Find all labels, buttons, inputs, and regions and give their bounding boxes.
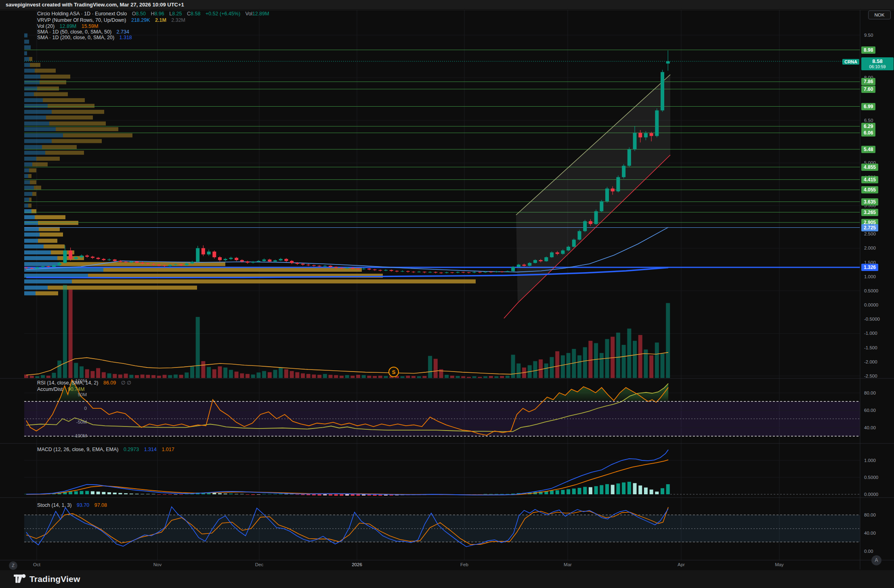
vrvp-value-2: 2.1M [155,17,166,23]
price-level-badge: 6.06 [861,129,875,136]
macd-histogram-bar [224,494,227,494]
vrvp-name: VRVP (Number Of Rows, 70, Up/Down) [37,17,126,23]
timezone-button[interactable]: Z [9,561,17,570]
vrvp-down-bar [32,162,48,166]
price-tick-label: -2.500 [864,373,877,379]
volume-value-2: 15.59M [82,23,99,29]
tradingview-logo[interactable]: TradingView [14,573,80,584]
vrvp-up-bar [24,256,57,260]
macd-histogram-bar [616,483,620,494]
accdist-scale-label: -50M [54,419,87,425]
price-tick-label: 2.000 [864,245,876,251]
sma200-legend[interactable]: SMA · 1D (200, close, 0, SMA, 20) 1.318 [37,35,132,41]
volume-bar [168,375,172,378]
volume-bar [340,376,344,378]
macd-histogram-bar [279,494,283,494]
vrvp-down-bar [31,209,36,213]
sma50-name: SMA · 1D (50, close, 0, SMA, 50) [37,29,111,35]
volume-bar [90,371,94,378]
macd-histogram-bar [650,489,653,494]
vrvp-up-bar [24,204,28,208]
rsi-extra: ∅ ∅ [121,380,131,386]
ohlc-l: 8.25 [172,11,182,17]
volume-bar [312,374,316,378]
accdist-legend[interactable]: Accum/Dist 90.74M [37,386,84,393]
vrvp-up-bar [24,221,38,225]
macd-histogram-bar [633,483,637,494]
volume-bar [334,375,338,378]
symbol-price-tag: CRNA [842,59,859,65]
vrvp-up-bar [24,122,49,126]
attribution-text: savepiginvest created with TradingView.c… [6,2,184,8]
vrvp-value-1: 218.29K [131,17,150,23]
macd-histogram-bar [583,487,587,494]
ohlc-c: 8.58 [191,11,200,17]
macd-histogram-bar [97,491,100,494]
volume-bar [30,376,34,378]
macd-histogram-bar [268,494,271,494]
price-level-badge: 8.98 [861,46,875,54]
currency-toggle-button[interactable]: NOK [868,10,891,19]
macd-histogram-bar [157,494,161,495]
time-axis-label: Mar [564,562,572,567]
macd-histogram-bar [329,494,332,496]
macd-histogram-bar [185,494,189,494]
volume-bar [661,354,665,378]
volume-bar [124,374,128,378]
vrvp-up-bar [24,57,29,61]
auto-scale-button[interactable]: A [871,555,881,565]
stoch-legend[interactable]: Stoch (14, 1, 3) 93.70 97.08 [37,502,107,508]
volume-bar [588,341,592,378]
price-tick-label: 9.50 [864,32,873,38]
vrvp-down-bar [72,279,476,284]
volume-bar [411,376,416,378]
vrvp-up-bar [24,180,30,184]
volume-bar [46,376,50,378]
price-level-badge: 7.60 [861,86,875,93]
volume-bar [251,374,255,378]
volume-bar [467,377,471,378]
macd-legend[interactable]: MACD (12, 26, close, 9, EMA, EMA) 0.2973… [37,447,174,453]
vrvp-down-bar [35,215,65,219]
volume-bar [146,375,150,378]
stoch-tick-label: 40.00 [864,530,876,536]
volume-bar [506,376,510,378]
vrvp-up-bar [24,86,37,90]
accdist-scale-label: -100M [54,433,87,439]
volume-bar [384,376,388,378]
volume-bar [185,372,189,378]
chart-canvas[interactable]: S [0,0,894,588]
macd-histogram-bar [550,491,554,494]
volume-bar [240,373,244,378]
volume-bar [218,366,222,378]
rsi-tick-label: 60.00 [864,407,876,413]
volume-bar [500,376,504,378]
symbol-legend[interactable]: Circio Holding ASA · 1D · Euronext Oslo … [37,11,269,17]
time-axis-label: Nov [153,562,162,567]
macd-histogram-bar [273,494,277,494]
price-tick-label: 2.500 [864,231,876,237]
macd-histogram-bar [661,488,664,494]
vrvp-down-bar [29,168,36,172]
rsi-legend[interactable]: RSI (14, close, SMA, 14, 2) 86.09 ∅ ∅ [37,380,131,386]
volume-name: Vol (20) [37,23,55,29]
macd-histogram-bar [80,491,84,494]
vrvp-down-bar [63,133,132,137]
vrvp-down-bar [29,57,32,61]
macd-histogram-bar [174,494,177,495]
price-level-badge: 3.635 [861,198,878,206]
volume-legend[interactable]: Vol (20) 12.89M 15.59M [37,23,98,29]
volume-bar [69,290,73,378]
vrvp-up-bar [24,92,34,96]
vrvp-legend[interactable]: VRVP (Number Of Rows, 70, Up/Down) 218.2… [37,17,185,23]
vrvp-up-bar [24,250,51,254]
vrvp-up-bar [24,139,52,143]
sma50-legend[interactable]: SMA · 1D (50, close, 0, SMA, 50) 2.734 [37,29,129,35]
vrvp-up-bar [24,239,38,243]
vrvp-up-bar [24,233,40,237]
macd-histogram-bar [102,492,105,494]
macd-histogram-bar [85,491,89,494]
macd-histogram-bar [318,494,321,496]
vrvp-up-bar [24,80,40,84]
volume-bar [456,376,460,378]
